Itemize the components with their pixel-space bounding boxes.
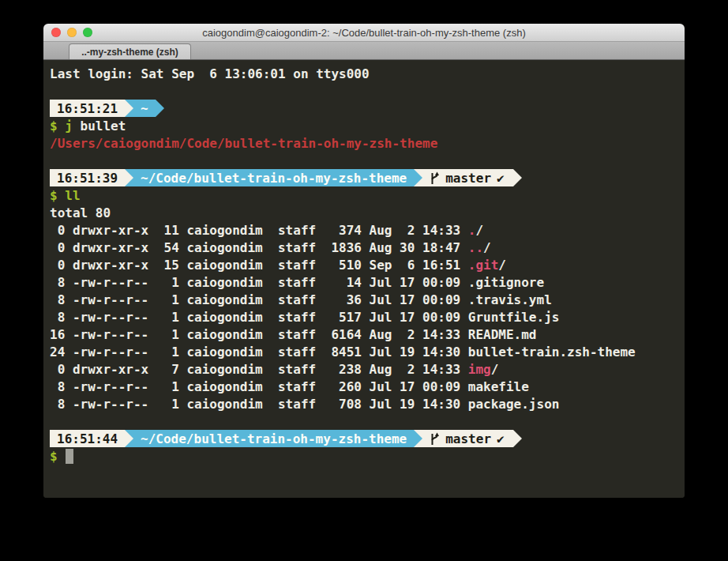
- close-button[interactable]: [51, 28, 61, 37]
- prompt-bar: 16:51:44~/Code/bullet-train-oh-my-zsh-th…: [50, 430, 522, 447]
- terminal-text: Last login: Sat Sep 6 13:06:01 on ttys00…: [50, 66, 370, 81]
- prompt-git-segment: master✔: [422, 169, 512, 186]
- prompt-dir-segment: ~/Code/bullet-train-oh-my-zsh-theme: [133, 430, 414, 447]
- title-bar[interactable]: caiogondim@caiogondim-2: ~/Code/bullet-t…: [43, 24, 685, 42]
- git-branch-name: master: [445, 431, 491, 446]
- terminal-line: 8 -rw-r--r-- 1 caiogondim staff 260 Jul …: [50, 378, 681, 395]
- terminal-text: /: [491, 362, 499, 377]
- terminal-text: 0 drwxr-xr-x 7 caiogondim staff 238 Aug …: [50, 362, 468, 377]
- prompt-time-segment: 16:51:39: [50, 169, 125, 186]
- terminal-text: j: [65, 119, 73, 134]
- terminal-line: [50, 412, 681, 430]
- git-branch-icon: [430, 432, 440, 446]
- terminal-text: 0 drwxr-xr-x 11 caiogondim staff 374 Aug…: [50, 223, 468, 238]
- terminal-text: img: [468, 362, 491, 377]
- git-branch-name: master: [445, 171, 491, 186]
- terminal-line: /Users/caiogondim/Code/bullet-train-oh-m…: [50, 134, 681, 152]
- terminal-line: $ ll: [50, 186, 681, 204]
- terminal-line: 16:51:44~/Code/bullet-train-oh-my-zsh-th…: [50, 430, 681, 447]
- git-status-clean-icon: ✔: [497, 171, 505, 186]
- powerline-arrow: [513, 430, 522, 447]
- powerline-arrow: [156, 100, 164, 117]
- prompt-bar: 16:51:39~/Code/bullet-train-oh-my-zsh-th…: [50, 169, 522, 186]
- terminal-text: $: [50, 449, 58, 464]
- prompt-bar: 16:51:21~: [50, 100, 164, 117]
- terminal-line: [50, 152, 681, 169]
- terminal-text: 0 drwxr-xr-x 15 caiogondim staff 510 Sep…: [50, 258, 468, 273]
- terminal-line: 8 -rw-r--r-- 1 caiogondim staff 708 Jul …: [50, 395, 681, 412]
- terminal-line: Last login: Sat Sep 6 13:06:01 on ttys00…: [50, 65, 681, 82]
- traffic-lights: [51, 24, 92, 41]
- terminal-line: $ j bullet: [50, 117, 681, 134]
- terminal-window: caiogondim@caiogondim-2: ~/Code/bullet-t…: [43, 24, 685, 498]
- terminal-text: 8 -rw-r--r-- 1 caiogondim staff 260 Jul …: [50, 379, 529, 394]
- terminal-text: .git: [468, 258, 499, 273]
- terminal-text: 16 -rw-r--r-- 1 caiogondim staff 6164 Au…: [50, 327, 537, 342]
- prompt-dir-segment: ~/Code/bullet-train-oh-my-zsh-theme: [133, 169, 414, 186]
- prompt-dir-segment: ~: [133, 100, 156, 117]
- terminal-text: .: [468, 223, 476, 238]
- terminal-line: 16:51:39~/Code/bullet-train-oh-my-zsh-th…: [50, 169, 681, 186]
- terminal-text: /: [483, 240, 491, 255]
- terminal-text: bullet: [81, 119, 126, 134]
- terminal-line: 0 drwxr-xr-x 54 caiogondim staff 1836 Au…: [50, 239, 681, 256]
- tab-label: ..-my-zsh-theme (zsh): [81, 47, 178, 58]
- powerline-arrow: [125, 430, 133, 447]
- terminal-line: $: [50, 447, 681, 465]
- terminal-line: [50, 82, 681, 100]
- terminal-line: total 80: [50, 204, 681, 221]
- tab-bar: ..-my-zsh-theme (zsh): [43, 42, 685, 60]
- terminal-text: 0 drwxr-xr-x 54 caiogondim staff 1836 Au…: [50, 240, 468, 255]
- terminal-text: /: [498, 258, 506, 273]
- terminal-text: [58, 119, 66, 134]
- prompt-time-segment: 16:51:44: [50, 430, 125, 447]
- prompt-time-segment: 16:51:21: [50, 100, 125, 117]
- terminal-text: /Users/caiogondim/Code/bullet-train-oh-m…: [50, 136, 437, 151]
- terminal-text: $: [50, 188, 58, 203]
- powerline-arrow: [125, 169, 133, 186]
- terminal-text: /: [475, 223, 483, 238]
- terminal-text: [58, 188, 66, 203]
- terminal-text: $: [50, 119, 58, 134]
- powerline-arrow: [414, 169, 422, 186]
- terminal-text: 8 -rw-r--r-- 1 caiogondim staff 36 Jul 1…: [50, 292, 552, 307]
- terminal-text: [58, 449, 66, 464]
- terminal-line: 8 -rw-r--r-- 1 caiogondim staff 36 Jul 1…: [50, 291, 681, 308]
- terminal-screen[interactable]: Last login: Sat Sep 6 13:06:01 on ttys00…: [43, 60, 685, 498]
- prompt-git-segment: master✔: [422, 430, 512, 447]
- zoom-button[interactable]: [83, 28, 92, 37]
- git-branch-icon: [430, 171, 440, 185]
- terminal-line: 0 drwxr-xr-x 11 caiogondim staff 374 Aug…: [50, 221, 681, 239]
- terminal-line: 16:51:21~: [50, 100, 681, 117]
- tab-active[interactable]: ..-my-zsh-theme (zsh): [69, 43, 191, 59]
- terminal-line: 16 -rw-r--r-- 1 caiogondim staff 6164 Au…: [50, 326, 681, 343]
- powerline-arrow: [513, 169, 522, 186]
- terminal-text: 24 -rw-r--r-- 1 caiogondim staff 8451 Ju…: [50, 345, 636, 360]
- terminal-line: 8 -rw-r--r-- 1 caiogondim staff 517 Jul …: [50, 308, 681, 326]
- terminal-text: total 80: [50, 205, 111, 220]
- minimize-button[interactable]: [67, 28, 77, 37]
- terminal-text: 8 -rw-r--r-- 1 caiogondim staff 517 Jul …: [50, 310, 559, 325]
- terminal-text: ..: [468, 240, 483, 255]
- window-title: caiogondim@caiogondim-2: ~/Code/bullet-t…: [202, 27, 526, 39]
- terminal-text: ll: [65, 188, 80, 203]
- terminal-line: 24 -rw-r--r-- 1 caiogondim staff 8451 Ju…: [50, 343, 681, 360]
- terminal-line: 0 drwxr-xr-x 15 caiogondim staff 510 Sep…: [50, 256, 681, 273]
- powerline-arrow: [414, 430, 422, 447]
- terminal-line: 0 drwxr-xr-x 7 caiogondim staff 238 Aug …: [50, 360, 681, 378]
- terminal-cursor: [66, 449, 73, 464]
- terminal-text: [73, 119, 81, 134]
- terminal-line: 8 -rw-r--r-- 1 caiogondim staff 14 Jul 1…: [50, 273, 681, 291]
- terminal-text: 8 -rw-r--r-- 1 caiogondim staff 708 Jul …: [50, 397, 559, 412]
- powerline-arrow: [125, 100, 133, 117]
- git-status-clean-icon: ✔: [497, 431, 505, 446]
- terminal-text: 8 -rw-r--r-- 1 caiogondim staff 14 Jul 1…: [50, 275, 544, 290]
